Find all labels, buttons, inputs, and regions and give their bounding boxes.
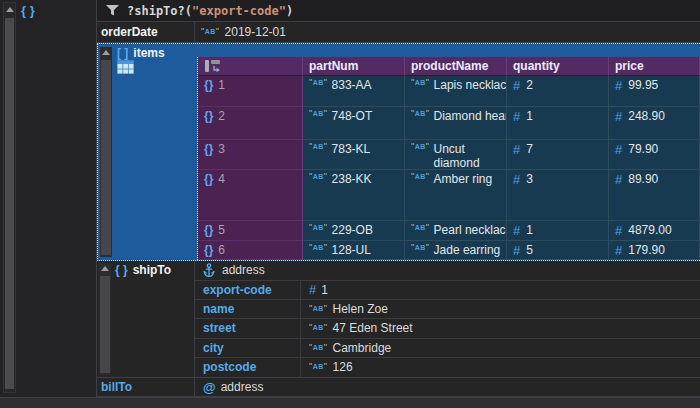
- anchor-icon: [203, 263, 215, 277]
- cell-partNum[interactable]: AB238-KK: [303, 170, 405, 221]
- cell-value: 4879.00: [628, 223, 671, 237]
- column-header-quantity[interactable]: quantity: [507, 57, 609, 76]
- row-index[interactable]: {}5: [198, 221, 303, 241]
- items-collapse-bar[interactable]: [100, 47, 112, 257]
- cell-productName[interactable]: ABDiamond heart: [405, 107, 507, 140]
- cell-value: 748-OT: [332, 109, 373, 123]
- string-type-icon: AB: [411, 77, 430, 87]
- row-billTo[interactable]: billTo @ address: [97, 378, 700, 397]
- row-shipTo[interactable]: { }shipTo address export-cod: [97, 261, 700, 378]
- cell-value: 1: [526, 223, 533, 237]
- value-text: Cambridge: [333, 341, 392, 355]
- value-cell-orderDate[interactable]: AB 2019-12-01: [195, 22, 700, 42]
- row-orderDate[interactable]: orderDate AB 2019-12-01: [97, 22, 700, 43]
- cell-price[interactable]: #248.90: [609, 107, 700, 140]
- cell-partNum[interactable]: AB229-OB: [303, 221, 405, 241]
- cell-quantity[interactable]: #2: [507, 76, 609, 107]
- cell-productName[interactable]: ABLapis necklace: [405, 76, 507, 107]
- field-key[interactable]: city: [195, 339, 301, 357]
- field-key[interactable]: postcode: [195, 358, 301, 377]
- object-brace-icon: {}: [204, 243, 213, 257]
- cell-price[interactable]: #99.95: [609, 76, 700, 107]
- field-row-name[interactable]: name ABHelen Zoe: [195, 300, 700, 319]
- key-cell-shipTo[interactable]: { }shipTo: [97, 261, 195, 377]
- string-type-icon: AB: [309, 171, 328, 181]
- scrollbar-thumb[interactable]: [101, 60, 111, 255]
- field-value[interactable]: ABHelen Zoe: [301, 300, 700, 318]
- filter-bar[interactable]: ?shipTo?("export-code"): [97, 0, 700, 22]
- shipTo-collapse-bar[interactable]: [99, 263, 111, 375]
- items-table-corner[interactable]: [198, 57, 303, 76]
- reference-at-icon: @: [203, 380, 216, 395]
- string-type-icon: AB: [309, 141, 328, 151]
- row-index[interactable]: {}1: [198, 76, 303, 107]
- cell-partNum[interactable]: AB833-AA: [303, 76, 405, 107]
- collapse-arrow-icon[interactable]: [102, 50, 110, 55]
- collapse-arrow-icon[interactable]: [6, 7, 14, 12]
- string-type-icon: AB: [201, 26, 220, 36]
- number-type-icon: #: [615, 172, 622, 187]
- field-row-city[interactable]: city ABCambridge: [195, 339, 700, 358]
- cell-productName[interactable]: ABAmber ring: [405, 170, 507, 221]
- number-type-icon: #: [513, 78, 520, 93]
- cell-price[interactable]: #79.90: [609, 140, 700, 170]
- cell-quantity[interactable]: #7: [507, 140, 609, 170]
- transpose-table-icon: [204, 59, 221, 73]
- key-label: postcode: [203, 360, 256, 374]
- root-collapse-bar[interactable]: [3, 2, 16, 393]
- number-type-icon: #: [615, 78, 622, 93]
- column-header-productName[interactable]: productName: [405, 57, 507, 76]
- field-key[interactable]: name: [195, 300, 301, 318]
- horizontal-scrollbar[interactable]: [0, 397, 700, 408]
- field-value[interactable]: AB47 Eden Street: [301, 319, 700, 337]
- shipTo-key-label: { }shipTo: [115, 263, 171, 277]
- field-key[interactable]: export-code: [195, 281, 301, 299]
- cell-value: 783-KL: [332, 142, 371, 156]
- row-index[interactable]: {}3: [198, 140, 303, 170]
- cell-partNum[interactable]: AB783-KL: [303, 140, 405, 170]
- field-key[interactable]: street: [195, 319, 301, 337]
- row-index[interactable]: {}4: [198, 170, 303, 221]
- cell-price[interactable]: #89.90: [609, 170, 700, 221]
- cell-productName[interactable]: ABJade earring: [405, 241, 507, 260]
- field-row-export-code[interactable]: export-code #1: [195, 281, 700, 300]
- cell-partNum[interactable]: AB128-UL: [303, 241, 405, 260]
- row-index[interactable]: {}6: [198, 241, 303, 260]
- table-view-icon[interactable]: [117, 60, 134, 74]
- field-value[interactable]: #1: [301, 281, 700, 299]
- value-cell-billTo[interactable]: @ address: [195, 378, 700, 396]
- number-type-icon: #: [615, 142, 622, 157]
- cell-quantity[interactable]: #3: [507, 170, 609, 221]
- cell-value: Jade earring: [434, 243, 501, 257]
- index-number: 5: [218, 223, 225, 237]
- shipTo-type-row[interactable]: address: [195, 261, 700, 281]
- field-row-street[interactable]: street AB47 Eden Street: [195, 319, 700, 338]
- cell-quantity[interactable]: #1: [507, 107, 609, 140]
- number-type-icon: #: [615, 109, 622, 124]
- column-header-partNum[interactable]: partNum: [303, 57, 405, 76]
- type-label: address: [221, 380, 264, 394]
- cell-price[interactable]: #179.90: [609, 241, 700, 260]
- row-index[interactable]: {}2: [198, 107, 303, 140]
- cell-productName[interactable]: ABPearl necklace: [405, 221, 507, 241]
- cell-quantity[interactable]: #1: [507, 221, 609, 241]
- string-type-icon: AB: [309, 242, 328, 252]
- column-header-price[interactable]: price: [609, 57, 700, 76]
- key-cell-orderDate[interactable]: orderDate: [97, 22, 195, 42]
- field-value[interactable]: AB126: [301, 358, 700, 377]
- scrollbar-thumb[interactable]: [100, 276, 110, 373]
- collapse-arrow-icon[interactable]: [101, 266, 109, 271]
- field-row-postcode[interactable]: postcode AB126: [195, 358, 700, 377]
- cell-price[interactable]: #4879.00: [609, 221, 700, 241]
- cell-partNum[interactable]: AB748-OT: [303, 107, 405, 140]
- cell-quantity[interactable]: #5: [507, 241, 609, 260]
- cell-productName[interactable]: ABUncut diamond: [405, 140, 507, 170]
- scrollbar-thumb[interactable]: [5, 18, 14, 389]
- number-type-icon: #: [513, 142, 520, 157]
- field-value[interactable]: ABCambridge: [301, 339, 700, 357]
- key-cell-billTo[interactable]: billTo: [97, 378, 195, 396]
- row-items-selected[interactable]: [ ]items partNum productName qu: [97, 43, 700, 261]
- cell-value: 89.90: [628, 172, 658, 186]
- key-label: shipTo: [133, 263, 171, 277]
- number-type-icon: #: [615, 223, 622, 238]
